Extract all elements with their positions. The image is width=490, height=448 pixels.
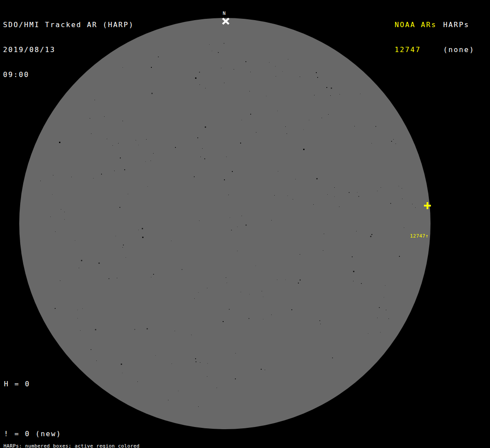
disk-speckle <box>197 137 198 138</box>
disk-speckle <box>212 51 212 51</box>
disk-speckle <box>94 100 95 100</box>
disk-speckle <box>50 217 51 217</box>
solar-harp-plot: N 12747↑ SDO/HMI Tracked AR (HARP) 2019/… <box>0 0 490 448</box>
disk-speckle <box>221 68 221 68</box>
disk-speckle <box>205 126 206 128</box>
disk-speckle <box>263 319 263 319</box>
disk-speckle <box>248 318 249 319</box>
disk-speckle <box>261 369 262 370</box>
disk-speckle <box>227 283 227 283</box>
disk-speckle <box>151 93 153 94</box>
disk-speckle <box>256 266 256 266</box>
disk-speckle <box>204 158 205 159</box>
disk-speckle <box>90 118 90 119</box>
disk-speckle <box>285 126 286 127</box>
disk-speckle <box>298 283 299 284</box>
disk-speckle <box>150 161 151 161</box>
disk-speckle <box>288 59 288 60</box>
footer-caption: HARPs: numbered boxes; active region col… <box>4 432 183 448</box>
disk-speckle <box>172 364 172 364</box>
harps-heading: HARPs <box>443 21 475 29</box>
disk-speckle <box>379 307 380 308</box>
disk-speckle <box>241 292 241 292</box>
disk-speckle <box>399 256 400 257</box>
disk-speckle <box>245 61 246 62</box>
disk-speckle <box>112 145 113 146</box>
disk-speckle <box>249 91 250 91</box>
disk-speckle <box>371 143 372 144</box>
disk-speckle <box>59 142 60 143</box>
disk-speckle <box>53 175 53 175</box>
disk-speckle <box>384 297 384 298</box>
disk-speckle <box>353 271 354 272</box>
disk-speckle <box>314 95 315 95</box>
disk-speckle <box>207 376 207 377</box>
disk-speckle <box>200 157 201 157</box>
disk-speckle <box>377 191 378 191</box>
disk-speckle <box>361 283 362 284</box>
disk-speckle <box>147 328 148 329</box>
disk-speckle <box>390 203 391 204</box>
disk-speckle <box>330 95 331 96</box>
disk-speckle <box>263 297 263 297</box>
disk-speckle <box>291 309 292 310</box>
disk-speckle <box>226 277 226 278</box>
disk-speckle <box>145 161 146 162</box>
disk-speckle <box>235 353 236 354</box>
disk-speckle <box>404 228 404 228</box>
disk-speckle <box>108 278 109 279</box>
disk-speckle <box>223 321 224 322</box>
disk-speckle <box>116 236 116 236</box>
disk-speckle <box>245 224 247 226</box>
disk-speckle <box>142 228 143 229</box>
disk-speckle <box>334 187 335 188</box>
plot-date: 2019/08/13 <box>3 46 134 54</box>
disk-speckle <box>209 44 210 45</box>
disk-speckle <box>224 43 224 44</box>
disk-speckle <box>309 120 309 120</box>
disk-speckle <box>134 329 135 330</box>
disk-speckle <box>262 291 262 291</box>
disk-speckle <box>300 280 301 280</box>
disk-speckle <box>229 309 230 310</box>
disk-speckle <box>146 139 147 140</box>
disk-speckle <box>327 194 328 195</box>
header-block: SDO/HMI Tracked AR (HARP) 2019/08/13 09:… <box>3 4 134 95</box>
noaa-ars-column: NOAA ARs 12747 <box>395 4 437 70</box>
disk-speckle <box>237 227 238 227</box>
noaa-ar-cross-icon <box>424 202 431 210</box>
disk-speckle <box>356 231 357 231</box>
disk-speckle <box>316 72 317 73</box>
disk-speckle <box>242 216 242 216</box>
disk-speckle <box>207 288 207 288</box>
disk-speckle <box>205 88 206 88</box>
disk-speckle <box>120 158 121 158</box>
disk-speckle <box>266 96 266 96</box>
disk-speckle <box>231 230 232 231</box>
disk-speckle <box>300 254 300 255</box>
disk-speckle <box>334 196 335 197</box>
disk-speckle <box>155 355 156 356</box>
disk-speckle <box>136 140 136 140</box>
disk-speckle <box>123 245 124 245</box>
disk-speckle <box>104 116 105 117</box>
disk-speckle <box>396 144 396 144</box>
disk-speckle <box>402 199 402 199</box>
disk-speckle <box>370 236 371 237</box>
disk-speckle <box>287 133 287 134</box>
disk-speckle <box>124 169 125 170</box>
disk-speckle <box>64 219 65 220</box>
disk-speckle <box>249 294 250 294</box>
disk-speckle <box>303 149 304 150</box>
disk-speckle <box>353 281 354 281</box>
disk-speckle <box>271 315 272 315</box>
disk-speckle <box>117 278 117 278</box>
disk-speckle <box>118 143 119 144</box>
disk-speckle <box>79 268 79 268</box>
noaa-ars-heading: NOAA ARs <box>395 21 437 29</box>
disk-speckle <box>316 178 318 179</box>
disk-speckle <box>198 406 199 407</box>
disk-speckle <box>278 171 278 172</box>
disk-speckle <box>175 147 176 148</box>
disk-speckle <box>147 186 148 187</box>
